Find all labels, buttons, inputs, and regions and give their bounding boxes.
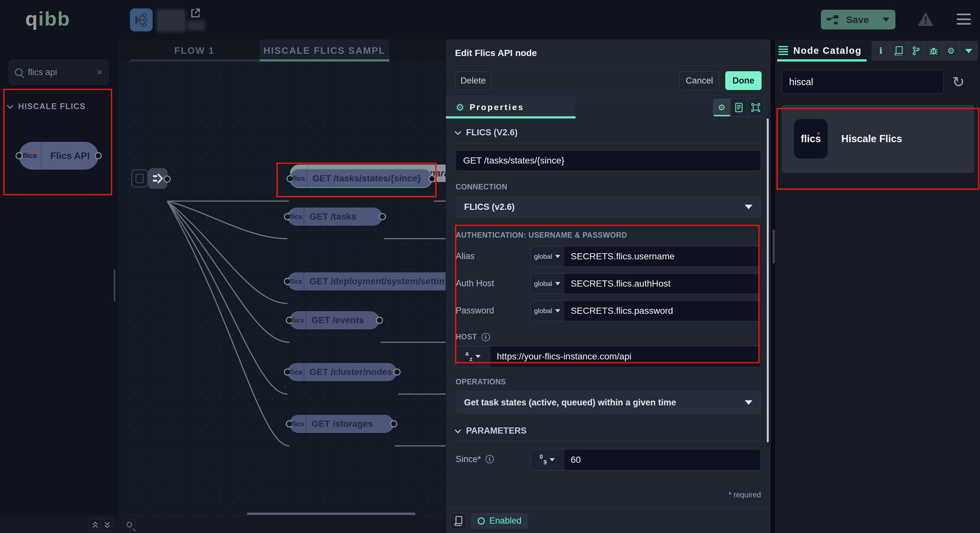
connection-select[interactable]: FLICS (v2.6): [456, 196, 761, 218]
palette-search-input[interactable]: [28, 67, 97, 78]
catalog-search-input[interactable]: [789, 77, 936, 87]
chevron-down-icon: [455, 128, 461, 135]
inject-output-port[interactable]: [164, 176, 171, 182]
menu-icon[interactable]: [957, 14, 971, 25]
panel-title: Edit Flics API node: [446, 40, 771, 65]
catalog-search-row: ↻: [775, 70, 980, 94]
required-note: * required: [456, 490, 761, 499]
editor-scrollbar[interactable]: [767, 119, 769, 443]
flow-node-get-deployment-settings[interactable]: flics GET /deployment/system/settin: [288, 272, 445, 290]
info-icon[interactable]: i: [872, 42, 889, 60]
canvas-footer: [118, 516, 445, 533]
palette-group-hiscale-flics[interactable]: HISCALE FLICS: [8, 102, 86, 111]
gear-icon[interactable]: ⚙: [942, 42, 959, 60]
password-type-select[interactable]: global: [530, 301, 564, 321]
section-parameters[interactable]: PARAMETERS: [456, 426, 761, 436]
cancel-button[interactable]: Cancel: [679, 71, 719, 90]
description-view-icon[interactable]: [730, 99, 747, 116]
palette-node-flics-api[interactable]: flics Flics API: [19, 142, 99, 170]
info-icon[interactable]: i: [482, 333, 490, 341]
flics-node-icon: flics: [292, 175, 305, 182]
properties-view-gear-icon[interactable]: ⚙: [713, 99, 730, 116]
output-port[interactable]: [390, 420, 397, 427]
output-port[interactable]: [95, 152, 102, 159]
password-input[interactable]: [571, 306, 754, 316]
collapse-all-icon[interactable]: [89, 519, 101, 531]
output-port[interactable]: [393, 368, 401, 376]
flics-node-icon: flics: [289, 213, 302, 220]
flow-node-get-events[interactable]: flics GET /events: [290, 311, 380, 329]
tab-hiscale-flics-sample[interactable]: HISCALE FLICS SAMPL: [259, 40, 389, 62]
panel-actions: Delete Cancel Done: [446, 66, 771, 95]
auth-host-type-select[interactable]: global: [530, 274, 564, 294]
flics-node-icon: flics: [291, 317, 304, 324]
external-link-icon[interactable]: [191, 8, 200, 19]
panel-divider: [771, 40, 775, 533]
operations-select[interactable]: Get task states (active, queued) within …: [456, 391, 761, 414]
canvas-grid[interactable]: Configure host and other paramete flics …: [118, 62, 445, 516]
tab-node-catalog[interactable]: Node Catalog: [778, 40, 862, 62]
flow-canvas[interactable]: FLOW 1 HISCALE FLICS SAMPL: [118, 40, 445, 533]
chevron-down-icon: [7, 102, 13, 109]
alias-type-select[interactable]: global: [530, 246, 564, 266]
list-icon: [778, 46, 788, 55]
flics-node-icon: flics: [291, 420, 304, 428]
flow-type-icon[interactable]: [130, 8, 153, 32]
password-row: Password global: [456, 300, 761, 321]
host-type-select[interactable]: az: [456, 346, 490, 367]
auth-section-label: AUTHENTICATION: USERNAME & PASSWORD: [456, 231, 761, 240]
chevron-down-icon: [745, 205, 752, 209]
input-port[interactable]: [16, 152, 23, 159]
catalog-toolbar: i ⚙: [872, 41, 977, 60]
tab-properties[interactable]: ⚙ Properties: [446, 96, 576, 119]
chevron-down-icon[interactable]: [959, 42, 977, 60]
host-input[interactable]: [497, 351, 754, 362]
delete-button[interactable]: Delete: [455, 71, 491, 90]
save-dropdown-caret[interactable]: [883, 17, 889, 22]
docs-book-icon[interactable]: [450, 513, 467, 529]
canvas-horizontal-scrollbar[interactable]: [247, 512, 415, 515]
git-branch-icon[interactable]: [907, 42, 924, 60]
node-name-field: [456, 150, 761, 171]
auth-host-input[interactable]: [571, 279, 754, 289]
refresh-icon[interactable]: ↻: [952, 75, 965, 89]
editor-footer: Enabled: [446, 508, 771, 533]
divider-scrollbar[interactable]: [773, 230, 775, 263]
catalog-result-hiscale-flics[interactable]: flics Hiscale Flics: [782, 105, 974, 173]
since-input[interactable]: [571, 455, 754, 465]
done-button[interactable]: Done: [725, 71, 762, 90]
flow-node-get-storages[interactable]: flics GET /storages: [290, 415, 394, 433]
clear-search-icon[interactable]: ×: [97, 67, 102, 77]
palette-node-label: Flics API: [41, 151, 99, 161]
save-button[interactable]: Save: [821, 10, 896, 30]
flow-title-redacted: [156, 10, 186, 32]
flow-node-get-tasks[interactable]: flics GET /tasks: [288, 208, 382, 226]
tab-flow-1[interactable]: FLOW 1: [130, 40, 259, 62]
sidebar-footer: [0, 516, 118, 533]
sidebar-scrollbar[interactable]: [114, 270, 115, 302]
flow-subtitle-redacted: [187, 21, 205, 31]
flow-tabbar: FLOW 1 HISCALE FLICS SAMPL: [118, 40, 445, 62]
node-name-input[interactable]: [463, 155, 754, 166]
output-port[interactable]: [379, 213, 386, 220]
link-node[interactable]: [131, 169, 148, 187]
qibb-flow-editor: qibb Save: [0, 0, 980, 533]
since-type-select[interactable]: 09: [530, 449, 564, 470]
output-port[interactable]: [428, 175, 436, 182]
info-icon[interactable]: i: [485, 455, 494, 463]
bug-icon[interactable]: [924, 42, 942, 60]
book-icon[interactable]: [889, 42, 907, 60]
flics-node-icon: flics: [289, 368, 302, 376]
flow-node-get-tasks-states[interactable]: flics GET /tasks/states/{since}: [290, 169, 433, 188]
expand-all-icon[interactable]: [101, 519, 113, 531]
section-flics[interactable]: FLICS (V2.6): [456, 128, 761, 138]
alias-input[interactable]: [571, 251, 754, 262]
output-port[interactable]: [376, 317, 383, 324]
canvas-search-icon[interactable]: [123, 519, 135, 530]
appearance-view-icon[interactable]: [747, 99, 764, 116]
status-circle-icon: [478, 517, 485, 525]
flow-node-get-cluster-nodes[interactable]: flics GET /cluster/nodes: [288, 363, 397, 381]
flics-red-accent: [818, 132, 820, 135]
enabled-toggle[interactable]: Enabled: [471, 513, 528, 529]
warning-icon[interactable]: [917, 12, 934, 28]
